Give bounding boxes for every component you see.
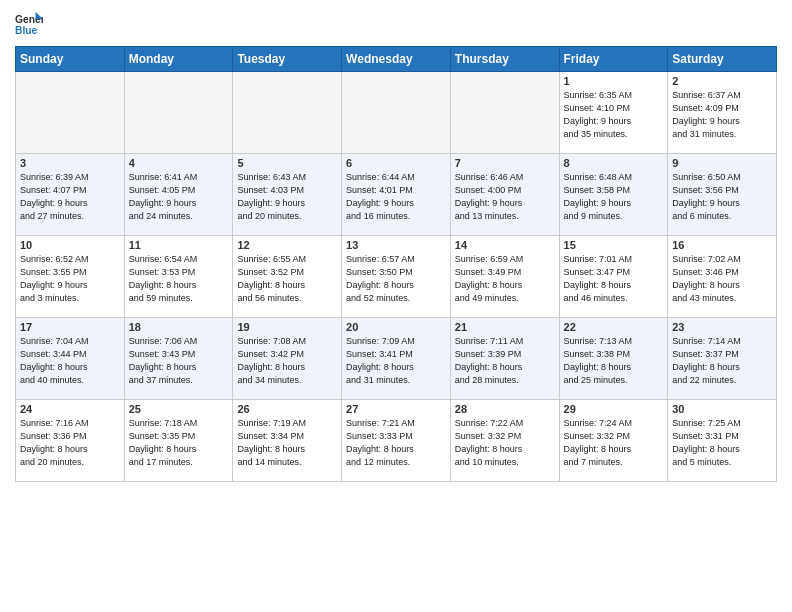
day-number: 28 (455, 403, 555, 415)
day-number: 1 (564, 75, 664, 87)
day-cell: 21Sunrise: 7:11 AM Sunset: 3:39 PM Dayli… (450, 318, 559, 400)
day-info: Sunrise: 7:14 AM Sunset: 3:37 PM Dayligh… (672, 335, 772, 387)
day-number: 20 (346, 321, 446, 333)
day-cell: 29Sunrise: 7:24 AM Sunset: 3:32 PM Dayli… (559, 400, 668, 482)
weekday-thursday: Thursday (450, 47, 559, 72)
day-info: Sunrise: 7:06 AM Sunset: 3:43 PM Dayligh… (129, 335, 229, 387)
day-cell: 6Sunrise: 6:44 AM Sunset: 4:01 PM Daylig… (342, 154, 451, 236)
day-info: Sunrise: 7:09 AM Sunset: 3:41 PM Dayligh… (346, 335, 446, 387)
day-number: 15 (564, 239, 664, 251)
day-info: Sunrise: 6:46 AM Sunset: 4:00 PM Dayligh… (455, 171, 555, 223)
day-info: Sunrise: 7:04 AM Sunset: 3:44 PM Dayligh… (20, 335, 120, 387)
day-number: 12 (237, 239, 337, 251)
day-cell: 30Sunrise: 7:25 AM Sunset: 3:31 PM Dayli… (668, 400, 777, 482)
day-info: Sunrise: 6:54 AM Sunset: 3:53 PM Dayligh… (129, 253, 229, 305)
day-info: Sunrise: 6:50 AM Sunset: 3:56 PM Dayligh… (672, 171, 772, 223)
day-info: Sunrise: 7:19 AM Sunset: 3:34 PM Dayligh… (237, 417, 337, 469)
day-info: Sunrise: 6:44 AM Sunset: 4:01 PM Dayligh… (346, 171, 446, 223)
day-number: 18 (129, 321, 229, 333)
day-number: 21 (455, 321, 555, 333)
day-cell: 5Sunrise: 6:43 AM Sunset: 4:03 PM Daylig… (233, 154, 342, 236)
day-cell: 26Sunrise: 7:19 AM Sunset: 3:34 PM Dayli… (233, 400, 342, 482)
day-number: 17 (20, 321, 120, 333)
day-cell: 28Sunrise: 7:22 AM Sunset: 3:32 PM Dayli… (450, 400, 559, 482)
day-number: 5 (237, 157, 337, 169)
day-info: Sunrise: 6:57 AM Sunset: 3:50 PM Dayligh… (346, 253, 446, 305)
day-cell (342, 72, 451, 154)
day-cell: 11Sunrise: 6:54 AM Sunset: 3:53 PM Dayli… (124, 236, 233, 318)
day-info: Sunrise: 7:01 AM Sunset: 3:47 PM Dayligh… (564, 253, 664, 305)
day-info: Sunrise: 7:11 AM Sunset: 3:39 PM Dayligh… (455, 335, 555, 387)
day-number: 22 (564, 321, 664, 333)
day-info: Sunrise: 6:43 AM Sunset: 4:03 PM Dayligh… (237, 171, 337, 223)
weekday-friday: Friday (559, 47, 668, 72)
day-cell: 3Sunrise: 6:39 AM Sunset: 4:07 PM Daylig… (16, 154, 125, 236)
day-info: Sunrise: 6:48 AM Sunset: 3:58 PM Dayligh… (564, 171, 664, 223)
day-number: 6 (346, 157, 446, 169)
day-cell (450, 72, 559, 154)
svg-text:Blue: Blue (15, 25, 38, 36)
week-row-5: 24Sunrise: 7:16 AM Sunset: 3:36 PM Dayli… (16, 400, 777, 482)
day-number: 29 (564, 403, 664, 415)
day-number: 14 (455, 239, 555, 251)
day-cell: 12Sunrise: 6:55 AM Sunset: 3:52 PM Dayli… (233, 236, 342, 318)
week-row-4: 17Sunrise: 7:04 AM Sunset: 3:44 PM Dayli… (16, 318, 777, 400)
day-cell: 7Sunrise: 6:46 AM Sunset: 4:00 PM Daylig… (450, 154, 559, 236)
day-info: Sunrise: 7:18 AM Sunset: 3:35 PM Dayligh… (129, 417, 229, 469)
day-cell: 4Sunrise: 6:41 AM Sunset: 4:05 PM Daylig… (124, 154, 233, 236)
day-cell: 20Sunrise: 7:09 AM Sunset: 3:41 PM Dayli… (342, 318, 451, 400)
page-header: General Blue (15, 10, 777, 38)
day-number: 16 (672, 239, 772, 251)
day-info: Sunrise: 7:24 AM Sunset: 3:32 PM Dayligh… (564, 417, 664, 469)
week-row-2: 3Sunrise: 6:39 AM Sunset: 4:07 PM Daylig… (16, 154, 777, 236)
weekday-monday: Monday (124, 47, 233, 72)
day-cell: 23Sunrise: 7:14 AM Sunset: 3:37 PM Dayli… (668, 318, 777, 400)
day-info: Sunrise: 7:02 AM Sunset: 3:46 PM Dayligh… (672, 253, 772, 305)
day-cell: 1Sunrise: 6:35 AM Sunset: 4:10 PM Daylig… (559, 72, 668, 154)
day-info: Sunrise: 6:35 AM Sunset: 4:10 PM Dayligh… (564, 89, 664, 141)
day-number: 9 (672, 157, 772, 169)
day-number: 7 (455, 157, 555, 169)
day-cell: 13Sunrise: 6:57 AM Sunset: 3:50 PM Dayli… (342, 236, 451, 318)
day-number: 11 (129, 239, 229, 251)
week-row-1: 1Sunrise: 6:35 AM Sunset: 4:10 PM Daylig… (16, 72, 777, 154)
day-number: 24 (20, 403, 120, 415)
day-cell: 15Sunrise: 7:01 AM Sunset: 3:47 PM Dayli… (559, 236, 668, 318)
day-cell: 14Sunrise: 6:59 AM Sunset: 3:49 PM Dayli… (450, 236, 559, 318)
day-number: 27 (346, 403, 446, 415)
day-number: 4 (129, 157, 229, 169)
day-number: 23 (672, 321, 772, 333)
day-number: 30 (672, 403, 772, 415)
weekday-tuesday: Tuesday (233, 47, 342, 72)
day-cell: 25Sunrise: 7:18 AM Sunset: 3:35 PM Dayli… (124, 400, 233, 482)
day-cell: 17Sunrise: 7:04 AM Sunset: 3:44 PM Dayli… (16, 318, 125, 400)
day-cell (16, 72, 125, 154)
day-cell: 2Sunrise: 6:37 AM Sunset: 4:09 PM Daylig… (668, 72, 777, 154)
day-cell (233, 72, 342, 154)
day-info: Sunrise: 6:59 AM Sunset: 3:49 PM Dayligh… (455, 253, 555, 305)
day-info: Sunrise: 7:21 AM Sunset: 3:33 PM Dayligh… (346, 417, 446, 469)
day-info: Sunrise: 6:37 AM Sunset: 4:09 PM Dayligh… (672, 89, 772, 141)
day-info: Sunrise: 7:13 AM Sunset: 3:38 PM Dayligh… (564, 335, 664, 387)
day-number: 25 (129, 403, 229, 415)
day-info: Sunrise: 7:22 AM Sunset: 3:32 PM Dayligh… (455, 417, 555, 469)
day-cell: 24Sunrise: 7:16 AM Sunset: 3:36 PM Dayli… (16, 400, 125, 482)
day-info: Sunrise: 6:41 AM Sunset: 4:05 PM Dayligh… (129, 171, 229, 223)
calendar-table: SundayMondayTuesdayWednesdayThursdayFrid… (15, 46, 777, 482)
day-number: 26 (237, 403, 337, 415)
day-cell: 8Sunrise: 6:48 AM Sunset: 3:58 PM Daylig… (559, 154, 668, 236)
day-number: 3 (20, 157, 120, 169)
day-info: Sunrise: 7:25 AM Sunset: 3:31 PM Dayligh… (672, 417, 772, 469)
week-row-3: 10Sunrise: 6:52 AM Sunset: 3:55 PM Dayli… (16, 236, 777, 318)
day-info: Sunrise: 6:39 AM Sunset: 4:07 PM Dayligh… (20, 171, 120, 223)
day-cell: 9Sunrise: 6:50 AM Sunset: 3:56 PM Daylig… (668, 154, 777, 236)
day-info: Sunrise: 6:55 AM Sunset: 3:52 PM Dayligh… (237, 253, 337, 305)
day-number: 10 (20, 239, 120, 251)
day-cell (124, 72, 233, 154)
day-number: 2 (672, 75, 772, 87)
logo: General Blue (15, 10, 47, 38)
weekday-sunday: Sunday (16, 47, 125, 72)
day-cell: 18Sunrise: 7:06 AM Sunset: 3:43 PM Dayli… (124, 318, 233, 400)
day-number: 19 (237, 321, 337, 333)
day-cell: 16Sunrise: 7:02 AM Sunset: 3:46 PM Dayli… (668, 236, 777, 318)
